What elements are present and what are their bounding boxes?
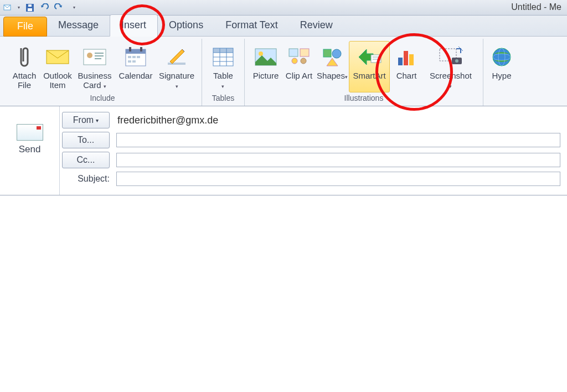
message-body[interactable]	[0, 195, 567, 384]
svg-rect-29	[289, 49, 298, 56]
chart-icon	[396, 44, 417, 70]
chevron-down-icon: ▾	[176, 84, 178, 89]
send-button[interactable]: Send	[0, 106, 60, 195]
tab-review[interactable]: Review	[289, 15, 344, 36]
outlook-item-button[interactable]: Outlook Item	[41, 41, 74, 92]
cc-button[interactable]: Cc...	[62, 152, 110, 168]
qat-dropdown-icon[interactable]: ▾	[18, 5, 20, 10]
signature-button[interactable]: Signature▾	[156, 41, 197, 92]
new-mail-icon[interactable]	[3, 3, 12, 12]
chevron-down-icon: ▾	[104, 84, 106, 89]
calendar-icon	[125, 44, 147, 70]
svg-rect-7	[95, 53, 104, 54]
svg-point-31	[292, 58, 297, 64]
svg-rect-40	[409, 54, 414, 65]
paperclip-icon	[17, 44, 32, 70]
screenshot-button[interactable]: Screenshot▾	[423, 41, 478, 92]
globe-icon	[491, 44, 513, 70]
svg-point-6	[87, 53, 92, 58]
svg-rect-30	[300, 49, 309, 56]
tab-format-text[interactable]: Format Text	[214, 15, 289, 36]
attach-file-button[interactable]: Attach File	[8, 41, 41, 92]
svg-rect-9	[95, 58, 101, 59]
calendar-button[interactable]: Calendar	[115, 41, 156, 92]
ribbon: Attach File Outlook Item Business Card ▾…	[0, 37, 567, 106]
redo-icon[interactable]	[54, 3, 63, 12]
picture-button[interactable]: Picture	[249, 41, 282, 92]
svg-rect-2	[28, 8, 32, 11]
subject-label: Subject:	[62, 174, 110, 184]
svg-rect-26	[213, 48, 233, 53]
title-bar: ▾ ▾ Untitled - Me	[0, 0, 567, 16]
smartart-icon	[357, 44, 382, 70]
svg-rect-17	[128, 60, 131, 63]
signature-icon	[166, 44, 188, 70]
from-value: fredericbither@gmx.de	[116, 115, 218, 126]
tab-insert[interactable]: Insert	[110, 14, 158, 37]
svg-point-43	[455, 59, 458, 63]
group-label-include: Include	[90, 94, 115, 102]
svg-rect-12	[129, 47, 131, 51]
hyperlink-button[interactable]: Hype	[488, 41, 516, 84]
svg-rect-39	[404, 51, 408, 65]
svg-rect-19	[168, 63, 185, 65]
compose-header: Send From▾ fredericbither@gmx.de To... C…	[0, 106, 567, 195]
svg-rect-38	[398, 58, 403, 65]
save-icon[interactable]	[25, 3, 34, 12]
svg-rect-5	[84, 49, 106, 65]
business-card-button[interactable]: Business Card ▾	[74, 41, 115, 92]
to-input[interactable]	[116, 133, 560, 147]
tab-message[interactable]: Message	[47, 15, 110, 36]
shapes-icon	[321, 44, 343, 70]
table-button[interactable]: Table▾	[207, 41, 240, 92]
group-label-tables: Tables	[212, 94, 234, 102]
from-button[interactable]: From▾	[62, 112, 110, 128]
svg-rect-16	[137, 56, 140, 58]
screenshot-icon	[437, 44, 464, 70]
svg-point-32	[301, 58, 306, 64]
ribbon-group-include: Attach File Outlook Item Business Card ▾…	[3, 39, 202, 106]
envelope-send-icon	[17, 124, 43, 141]
tab-options[interactable]: Options	[158, 15, 214, 36]
ribbon-tabs: File Message Insert Options Format Text …	[0, 16, 567, 37]
smartart-button[interactable]: SmartArt	[349, 41, 390, 92]
chevron-down-icon: ▾	[345, 74, 348, 80]
chart-button[interactable]: Chart	[390, 41, 423, 92]
to-button[interactable]: To...	[62, 132, 110, 148]
svg-rect-15	[132, 56, 136, 58]
chevron-down-icon: ▾	[221, 84, 224, 89]
subject-input[interactable]	[116, 172, 560, 186]
ribbon-group-tables: Table▾ Tables	[202, 39, 245, 106]
group-label-illustrations: Illustrations	[344, 94, 384, 102]
tab-file[interactable]: File	[3, 17, 47, 37]
table-icon	[212, 44, 234, 70]
window-title: Untitled - Me	[511, 2, 561, 12]
cc-input[interactable]	[116, 153, 560, 167]
svg-rect-8	[95, 55, 104, 56]
ribbon-group-links: Hype	[483, 39, 520, 106]
undo-icon[interactable]	[40, 3, 49, 12]
svg-rect-13	[140, 47, 142, 51]
group-label-links	[501, 85, 503, 94]
clip-art-button[interactable]: Clip Art	[282, 41, 316, 92]
business-card-icon	[83, 44, 107, 70]
shapes-button[interactable]: Shapes▾	[316, 41, 349, 92]
chevron-down-icon: ▾	[96, 117, 99, 123]
svg-point-44	[493, 48, 511, 66]
svg-rect-11	[126, 49, 146, 54]
svg-rect-18	[132, 60, 136, 63]
picture-icon	[254, 44, 277, 70]
clip-art-icon	[288, 44, 310, 70]
ribbon-group-illustrations: Picture Clip Art Shapes▾ SmartArt Chart …	[245, 39, 483, 106]
svg-rect-3	[28, 4, 32, 7]
quick-access-toolbar: ▾ ▾	[3, 3, 75, 12]
svg-rect-35	[371, 55, 381, 63]
svg-point-28	[259, 51, 263, 56]
svg-point-34	[332, 49, 341, 58]
qat-more-icon[interactable]: ▾	[73, 5, 75, 10]
envelope-icon	[45, 44, 70, 70]
chevron-down-icon: ▾	[449, 84, 452, 89]
svg-rect-33	[323, 49, 331, 57]
svg-rect-14	[128, 56, 131, 58]
